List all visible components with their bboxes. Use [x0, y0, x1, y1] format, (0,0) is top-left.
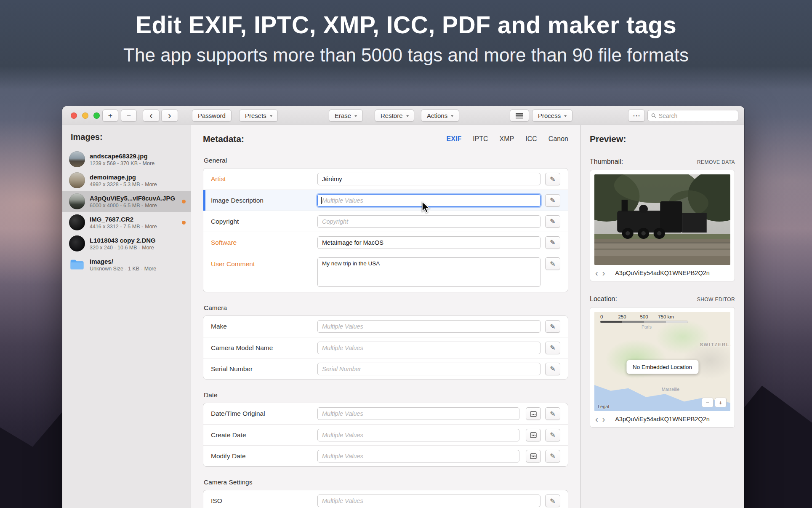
- next-image-button[interactable]: ›: [602, 269, 605, 277]
- serial-number-input[interactable]: [317, 363, 540, 375]
- minimize-button[interactable]: [82, 112, 88, 119]
- user-comment-textarea[interactable]: My new trip in the USA: [317, 257, 540, 287]
- ellipsis-icon: ⋯: [633, 112, 640, 120]
- process-dropdown[interactable]: Process▾: [532, 110, 572, 122]
- more-options-button[interactable]: ⋯: [628, 110, 645, 122]
- make-input[interactable]: [317, 320, 540, 333]
- map-scale-bar: 0 250 500 750 km: [600, 314, 688, 323]
- software-input[interactable]: [317, 236, 540, 249]
- section-title-general: General: [204, 157, 568, 164]
- location-nav: ‹ ›: [595, 415, 605, 423]
- edit-button[interactable]: ✎: [545, 194, 560, 207]
- iso-input[interactable]: [317, 495, 540, 507]
- modify-date-input[interactable]: [317, 450, 519, 463]
- previous-image-button[interactable]: ‹: [595, 415, 598, 423]
- actions-dropdown[interactable]: Actions▾: [421, 110, 459, 122]
- edit-button[interactable]: ✎: [545, 495, 560, 507]
- remove-image-button[interactable]: −: [121, 110, 137, 122]
- edit-button[interactable]: ✎: [545, 173, 560, 185]
- close-button[interactable]: [71, 112, 77, 119]
- no-embedded-location-badge: No Embedded Location: [626, 360, 698, 374]
- calendar-button[interactable]: [526, 407, 541, 420]
- presets-label: Presets: [245, 112, 266, 119]
- chevron-down-icon: ▾: [354, 114, 357, 118]
- tab-canon[interactable]: Canon: [548, 135, 568, 143]
- list-item-selected[interactable]: A3pQuViEy5...vIF8cuvA.JPG 6000 x 4000 - …: [62, 191, 191, 212]
- pencil-icon: ✎: [550, 410, 555, 418]
- field-label: Software: [211, 239, 317, 246]
- more-link[interactable]: More: [145, 224, 157, 230]
- edit-button[interactable]: ✎: [545, 342, 560, 354]
- marketing-banner: Edit EXIF, IPTC, XMP, ICC, PDF and maker…: [0, 0, 812, 89]
- more-link[interactable]: More: [145, 182, 157, 187]
- erase-dropdown[interactable]: Erase▾: [329, 110, 363, 122]
- view-mode-button[interactable]: [510, 110, 529, 122]
- show-editor-button[interactable]: SHOW EDITOR: [697, 297, 735, 302]
- field-label: Modify Date: [211, 452, 317, 460]
- more-link[interactable]: More: [145, 203, 157, 209]
- restore-label: Restore: [381, 112, 403, 119]
- edit-button[interactable]: ✎: [545, 363, 560, 375]
- zoom-button[interactable]: [93, 112, 100, 119]
- next-image-button[interactable]: ›: [602, 415, 605, 423]
- edit-button[interactable]: ✎: [545, 215, 560, 228]
- restore-dropdown[interactable]: Restore▾: [375, 110, 414, 122]
- edit-button[interactable]: ✎: [545, 407, 560, 420]
- zoom-out-button[interactable]: −: [702, 398, 713, 407]
- calendar-button[interactable]: [526, 429, 541, 441]
- tab-xmp[interactable]: XMP: [500, 135, 514, 143]
- copyright-input[interactable]: [317, 215, 540, 228]
- more-link[interactable]: More: [143, 160, 154, 166]
- edit-button[interactable]: ✎: [545, 320, 560, 333]
- location-label: Location:: [590, 295, 617, 303]
- date-time-original-input[interactable]: [317, 407, 519, 420]
- file-name: A3pQuViEy5...vIF8cuvA.JPG: [90, 195, 175, 202]
- edit-button[interactable]: ✎: [545, 450, 560, 463]
- list-item[interactable]: andscape68329.jpg 1239 x 569 - 370 KB -M…: [62, 149, 191, 170]
- pencil-icon: ✎: [550, 238, 555, 246]
- pencil-icon: ✎: [550, 323, 555, 331]
- field-row-create-date: Create Date ✎: [203, 424, 568, 445]
- map-legal-link[interactable]: Legal: [598, 404, 609, 409]
- artist-input[interactable]: [317, 173, 540, 185]
- list-item[interactable]: Images/ Unknown Size - 1 KB -More: [62, 254, 191, 275]
- file-name: andscape68329.jpg: [90, 152, 154, 160]
- password-button-label: Password: [198, 112, 226, 119]
- list-item[interactable]: demoimage.jpg 4992 x 3328 - 5.3 MB -More: [62, 170, 191, 191]
- calendar-button[interactable]: [526, 450, 541, 463]
- scale-tick: 750 km: [658, 314, 674, 319]
- search-field[interactable]: [647, 110, 738, 121]
- more-link[interactable]: More: [142, 245, 154, 251]
- tab-iptc[interactable]: IPTC: [473, 135, 488, 143]
- edit-button[interactable]: ✎: [545, 429, 560, 441]
- presets-dropdown[interactable]: Presets▾: [239, 110, 278, 122]
- file-name: L1018043 copy 2.DNG: [90, 237, 156, 244]
- images-sidebar: Images: andscape68329.jpg 1239 x 569 - 3…: [62, 125, 191, 508]
- forward-button[interactable]: ›: [161, 110, 178, 122]
- scale-tick: 0: [600, 314, 603, 319]
- password-button[interactable]: Password: [192, 110, 232, 122]
- add-image-button[interactable]: +: [102, 110, 118, 122]
- more-link[interactable]: More: [144, 266, 156, 272]
- section-group-general: Artist ✎ Image Description ✎ Copyright: [203, 168, 568, 292]
- zoom-in-button[interactable]: +: [715, 398, 727, 407]
- edit-button[interactable]: ✎: [545, 236, 560, 249]
- location-map[interactable]: 0 250 500 750 km Paris SWITZERLA Marseil…: [594, 312, 730, 411]
- list-item[interactable]: IMG_7687.CR2 4416 x 3312 - 7.5 MB -More: [62, 212, 191, 233]
- field-row-camera-model: Camera Model Name ✎: [203, 337, 568, 358]
- back-button[interactable]: ‹: [143, 110, 160, 122]
- calendar-icon: [530, 453, 537, 459]
- remove-data-button[interactable]: REMOVE DATA: [697, 159, 735, 165]
- file-info: 4992 x 3328 - 5.3 MB -More: [90, 182, 157, 187]
- edit-button[interactable]: ✎: [545, 257, 560, 270]
- field-label: Copyright: [211, 218, 317, 225]
- tab-exif[interactable]: EXIF: [447, 135, 462, 143]
- search-input[interactable]: [659, 112, 735, 119]
- tab-icc[interactable]: ICC: [525, 135, 537, 143]
- previous-image-button[interactable]: ‹: [595, 269, 598, 277]
- camera-model-input[interactable]: [317, 342, 540, 354]
- list-item[interactable]: L1018043 copy 2.DNG 320 x 240 - 10.6 MB …: [62, 233, 191, 254]
- field-row-artist: Artist ✎: [203, 168, 568, 190]
- traffic-lights: [71, 112, 100, 119]
- create-date-input[interactable]: [317, 429, 519, 441]
